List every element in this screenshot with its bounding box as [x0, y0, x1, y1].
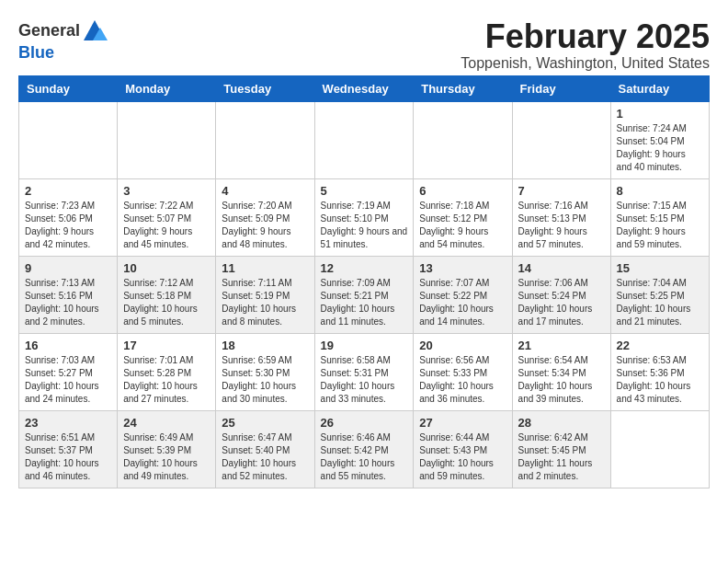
day-cell: 23Sunrise: 6:51 AM Sunset: 5:37 PM Dayli… — [19, 410, 118, 488]
day-cell: 1Sunrise: 7:24 AM Sunset: 5:04 PM Daylig… — [610, 101, 709, 178]
day-number: 4 — [222, 184, 308, 198]
day-cell — [19, 101, 118, 178]
day-number: 20 — [419, 339, 506, 352]
day-info: Sunrise: 7:16 AM Sunset: 5:13 PM Dayligh… — [518, 200, 605, 251]
day-info: Sunrise: 6:49 AM Sunset: 5:39 PM Dayligh… — [123, 431, 210, 483]
col-header-sunday: Sunday — [19, 75, 118, 101]
day-number: 17 — [123, 339, 210, 352]
day-cell: 5Sunrise: 7:19 AM Sunset: 5:10 PM Daylig… — [314, 178, 414, 256]
day-info: Sunrise: 6:56 AM Sunset: 5:33 PM Dayligh… — [419, 354, 506, 406]
day-number: 3 — [123, 184, 210, 198]
calendar: SundayMondayTuesdayWednesdayThursdayFrid… — [18, 75, 710, 488]
day-cell: 14Sunrise: 7:06 AM Sunset: 5:24 PM Dayli… — [512, 256, 610, 333]
week-row-3: 16Sunrise: 7:03 AM Sunset: 5:27 PM Dayli… — [19, 333, 710, 410]
day-cell: 11Sunrise: 7:11 AM Sunset: 5:19 PM Dayli… — [216, 256, 314, 333]
week-row-4: 23Sunrise: 6:51 AM Sunset: 5:37 PM Dayli… — [19, 410, 710, 488]
day-number: 8 — [617, 184, 703, 198]
day-cell: 25Sunrise: 6:47 AM Sunset: 5:40 PM Dayli… — [216, 410, 314, 488]
day-info: Sunrise: 6:46 AM Sunset: 5:42 PM Dayligh… — [321, 431, 408, 483]
day-cell: 13Sunrise: 7:07 AM Sunset: 5:22 PM Dayli… — [414, 256, 512, 333]
day-cell: 10Sunrise: 7:12 AM Sunset: 5:18 PM Dayli… — [118, 256, 216, 333]
day-cell: 8Sunrise: 7:15 AM Sunset: 5:15 PM Daylig… — [610, 178, 709, 256]
week-row-0: 1Sunrise: 7:24 AM Sunset: 5:04 PM Daylig… — [19, 101, 710, 178]
day-cell: 20Sunrise: 6:56 AM Sunset: 5:33 PM Dayli… — [414, 333, 512, 410]
day-cell: 24Sunrise: 6:49 AM Sunset: 5:39 PM Dayli… — [118, 410, 216, 488]
day-cell: 15Sunrise: 7:04 AM Sunset: 5:25 PM Dayli… — [610, 256, 709, 333]
day-number: 6 — [419, 184, 506, 198]
day-number: 11 — [222, 261, 308, 275]
day-cell: 16Sunrise: 7:03 AM Sunset: 5:27 PM Dayli… — [19, 333, 118, 410]
day-cell: 9Sunrise: 7:13 AM Sunset: 5:16 PM Daylig… — [19, 256, 118, 333]
day-number: 1 — [617, 107, 703, 121]
day-number: 23 — [25, 416, 111, 430]
day-cell — [314, 101, 414, 178]
day-number: 25 — [222, 416, 308, 430]
day-number: 14 — [518, 261, 605, 275]
day-number: 28 — [518, 416, 605, 430]
logo-icon — [82, 18, 108, 44]
day-number: 21 — [518, 339, 605, 352]
title-area: February 2025 Toppenish, Washington, Uni… — [461, 18, 710, 72]
col-header-wednesday: Wednesday — [314, 75, 414, 101]
day-info: Sunrise: 7:23 AM Sunset: 5:06 PM Dayligh… — [25, 200, 111, 251]
day-cell: 19Sunrise: 6:58 AM Sunset: 5:31 PM Dayli… — [314, 333, 414, 410]
day-cell — [414, 101, 512, 178]
logo-general: General — [18, 22, 80, 40]
day-cell: 6Sunrise: 7:18 AM Sunset: 5:12 PM Daylig… — [414, 178, 512, 256]
month-title: February 2025 — [461, 18, 710, 55]
day-number: 7 — [518, 184, 605, 198]
day-info: Sunrise: 7:03 AM Sunset: 5:27 PM Dayligh… — [25, 354, 111, 406]
day-info: Sunrise: 6:42 AM Sunset: 5:45 PM Dayligh… — [518, 431, 605, 483]
day-cell — [610, 410, 709, 488]
col-header-friday: Friday — [512, 75, 610, 101]
day-number: 18 — [222, 339, 308, 352]
day-cell: 2Sunrise: 7:23 AM Sunset: 5:06 PM Daylig… — [19, 178, 118, 256]
day-info: Sunrise: 6:51 AM Sunset: 5:37 PM Dayligh… — [25, 431, 111, 483]
day-cell: 17Sunrise: 7:01 AM Sunset: 5:28 PM Dayli… — [118, 333, 216, 410]
day-cell: 27Sunrise: 6:44 AM Sunset: 5:43 PM Dayli… — [414, 410, 512, 488]
day-cell: 18Sunrise: 6:59 AM Sunset: 5:30 PM Dayli… — [216, 333, 314, 410]
day-number: 12 — [321, 261, 408, 275]
day-cell — [216, 101, 314, 178]
col-header-thursday: Thursday — [414, 75, 512, 101]
day-number: 24 — [123, 416, 210, 430]
day-number: 22 — [617, 339, 703, 352]
day-info: Sunrise: 7:15 AM Sunset: 5:15 PM Dayligh… — [617, 200, 703, 251]
day-info: Sunrise: 7:18 AM Sunset: 5:12 PM Dayligh… — [419, 200, 506, 251]
logo-blue: Blue — [18, 43, 54, 62]
day-info: Sunrise: 6:44 AM Sunset: 5:43 PM Dayligh… — [419, 431, 506, 483]
location-title: Toppenish, Washington, United States — [461, 55, 710, 72]
day-info: Sunrise: 6:47 AM Sunset: 5:40 PM Dayligh… — [222, 431, 308, 483]
day-number: 10 — [123, 261, 210, 275]
day-info: Sunrise: 6:58 AM Sunset: 5:31 PM Dayligh… — [321, 354, 408, 406]
day-cell: 22Sunrise: 6:53 AM Sunset: 5:36 PM Dayli… — [610, 333, 709, 410]
day-cell: 21Sunrise: 6:54 AM Sunset: 5:34 PM Dayli… — [512, 333, 610, 410]
day-info: Sunrise: 7:11 AM Sunset: 5:19 PM Dayligh… — [222, 277, 308, 328]
calendar-header-row: SundayMondayTuesdayWednesdayThursdayFrid… — [19, 75, 710, 101]
day-number: 5 — [321, 184, 408, 198]
day-number: 2 — [25, 184, 111, 198]
day-cell: 12Sunrise: 7:09 AM Sunset: 5:21 PM Dayli… — [314, 256, 414, 333]
col-header-tuesday: Tuesday — [216, 75, 314, 101]
col-header-monday: Monday — [118, 75, 216, 101]
day-number: 19 — [321, 339, 408, 352]
day-info: Sunrise: 6:54 AM Sunset: 5:34 PM Dayligh… — [518, 354, 605, 406]
week-row-1: 2Sunrise: 7:23 AM Sunset: 5:06 PM Daylig… — [19, 178, 710, 256]
day-number: 16 — [25, 339, 111, 352]
day-info: Sunrise: 6:59 AM Sunset: 5:30 PM Dayligh… — [222, 354, 308, 406]
day-cell: 26Sunrise: 6:46 AM Sunset: 5:42 PM Dayli… — [314, 410, 414, 488]
day-info: Sunrise: 7:04 AM Sunset: 5:25 PM Dayligh… — [617, 277, 703, 328]
day-info: Sunrise: 7:09 AM Sunset: 5:21 PM Dayligh… — [321, 277, 408, 328]
day-info: Sunrise: 7:20 AM Sunset: 5:09 PM Dayligh… — [222, 200, 308, 251]
day-info: Sunrise: 7:22 AM Sunset: 5:07 PM Dayligh… — [123, 200, 210, 251]
day-cell — [512, 101, 610, 178]
day-info: Sunrise: 6:53 AM Sunset: 5:36 PM Dayligh… — [617, 354, 703, 406]
day-number: 15 — [617, 261, 703, 275]
day-info: Sunrise: 7:01 AM Sunset: 5:28 PM Dayligh… — [123, 354, 210, 406]
day-number: 26 — [321, 416, 408, 430]
day-number: 13 — [419, 261, 506, 275]
day-number: 27 — [419, 416, 506, 430]
day-info: Sunrise: 7:19 AM Sunset: 5:10 PM Dayligh… — [321, 200, 408, 251]
day-cell: 28Sunrise: 6:42 AM Sunset: 5:45 PM Dayli… — [512, 410, 610, 488]
day-info: Sunrise: 7:24 AM Sunset: 5:04 PM Dayligh… — [617, 122, 703, 174]
